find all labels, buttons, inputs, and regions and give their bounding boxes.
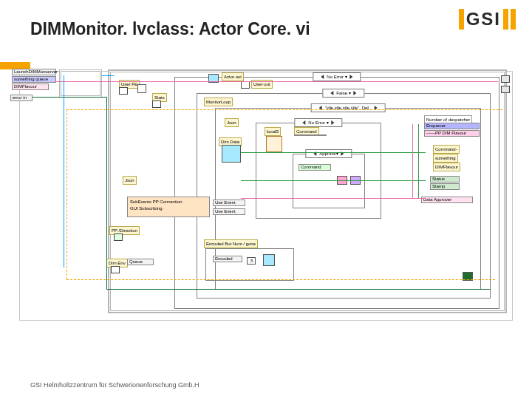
case-encoded (205, 248, 294, 281)
enqueuer-out[interactable]: Enqueuer (424, 123, 480, 129)
wire-error-v (106, 97, 107, 289)
wire-class (55, 81, 498, 82)
gsi-logo: GSI (459, 9, 516, 30)
local-s-label: localS (265, 127, 281, 136)
dim-env-terminal[interactable] (111, 266, 120, 273)
pp-direction-terminal[interactable] (114, 233, 123, 241)
footer-text: GSI Helmholtzzentrum für Schwerionenfors… (30, 381, 200, 389)
wire-right-pink (412, 124, 413, 198)
logo-bar-icon (511, 9, 516, 30)
vi-out-terminal-icon[interactable] (501, 75, 510, 83)
logo-text: GSI (466, 9, 501, 30)
bundle-struct (59, 69, 102, 98)
case-selector-false[interactable]: False ▾ (322, 89, 364, 98)
actor-out-label: Actor·out (222, 72, 244, 81)
page-title: DIMMonitor. lvclass: Actor Core. vi (30, 19, 310, 39)
case-selector-noerror[interactable]: No Error ▾ (313, 72, 361, 81)
status-out[interactable]: Status (430, 176, 460, 183)
queue-indicator[interactable]: Queue (127, 259, 154, 265)
cmd-out-label: Command- (433, 145, 460, 154)
user-out-node[interactable] (241, 81, 250, 89)
wire-pink-2 (241, 198, 426, 199)
header: DIMMonitor. lvclass: Actor Core. vi (0, 19, 532, 61)
case-selector-idle[interactable]: "idle.idle.idle.idle", Def.. (311, 103, 386, 112)
half-const[interactable]: .5 (247, 257, 256, 265)
wire-error-long (106, 289, 491, 290)
wire-ref1 (102, 75, 114, 76)
enqueuer-control[interactable]: something queue (12, 76, 56, 83)
dimflavour-control[interactable]: DIMFlavour (12, 83, 49, 90)
logo-bar-icon (459, 9, 464, 30)
labview-block-diagram: LaunchDIMMonserver something queue DIMFl… (19, 65, 514, 361)
case-selector-approve[interactable]: Approve▾ (305, 149, 352, 158)
something-label: something (433, 154, 458, 163)
wire-error-in (33, 97, 106, 98)
wire-right-bundle (418, 124, 419, 198)
vi-out-terminal2-icon[interactable] (501, 86, 510, 93)
command2-indicator[interactable]: Command (299, 164, 331, 171)
ppflavour-out[interactable]: ——PP DIM Flavour (424, 130, 480, 137)
flavour-out-label: DIMFlavour (433, 163, 460, 171)
encoded-but-label: Encoded But Num / gone (204, 239, 258, 248)
footer: GSI Helmholtzzentrum für Schwerionenfors… (0, 381, 532, 389)
encoded-subvi-icon[interactable] (263, 254, 275, 266)
wire-event-left (66, 109, 67, 279)
wire-event-bottom (66, 279, 495, 280)
logo-bar-icon (503, 9, 508, 30)
monitor-loop-label: MonitorLoop (204, 98, 233, 106)
stats-terminal[interactable] (152, 100, 161, 108)
case-selector-inner[interactable]: No Error ▾ (294, 118, 342, 127)
sub2-label: GUI Subscribing (129, 205, 164, 212)
wire-cluster-2 (241, 180, 426, 181)
user-fe-terminal[interactable] (119, 87, 128, 95)
json-label2: Json (123, 176, 137, 185)
wire-cluster-1 (241, 152, 426, 153)
data-approver-out[interactable]: Data Approver (421, 197, 473, 203)
launch-actor-control[interactable]: LaunchDIMMonserver (12, 69, 56, 75)
prop-node-icon[interactable] (137, 84, 146, 93)
encoded-indicator[interactable]: Encoded (213, 256, 242, 262)
json-label: Json (225, 118, 239, 127)
local-bundle[interactable] (266, 136, 282, 152)
command-indicator[interactable] (294, 134, 327, 136)
wire-event-top (66, 109, 502, 110)
use-event-2[interactable]: Use Event (213, 208, 245, 215)
error-in-control[interactable]: error in (10, 95, 33, 101)
use-event-1[interactable]: Use Event (213, 200, 245, 206)
stamp-out[interactable]: Stamp (430, 183, 460, 190)
dim-data-node[interactable] (222, 145, 241, 163)
wire-ref-v (64, 75, 64, 267)
